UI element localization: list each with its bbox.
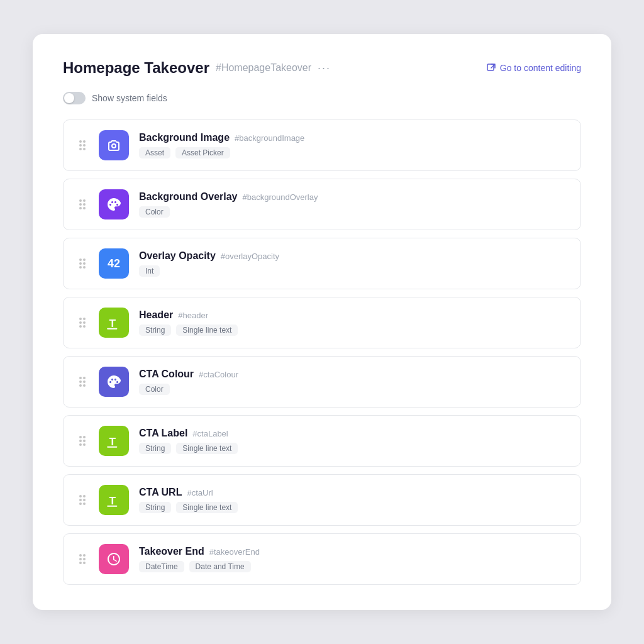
svg-point-34 (83, 436, 86, 438)
svg-point-7 (79, 199, 82, 202)
field-hash: #ctaLabel (192, 429, 228, 438)
svg-point-30 (83, 380, 86, 383)
svg-point-31 (79, 384, 82, 387)
svg-point-16 (83, 262, 86, 265)
field-item-cta-label: T CTA Label #ctaLabel StringSingle line … (63, 415, 581, 467)
field-name-row: Background Image #backgroundImage (139, 132, 568, 143)
system-fields-label: Show system fields (92, 93, 167, 103)
field-info-cta-colour: CTA Colour #ctaColour Color (139, 369, 568, 395)
field-name: CTA Label (139, 428, 187, 439)
field-info-cta-label: CTA Label #ctaLabel StringSingle line te… (139, 428, 568, 454)
drag-handle[interactable] (76, 316, 89, 329)
field-item-takeover-end: Takeover End #takeoverEnd DateTimeDate a… (63, 533, 581, 585)
field-tag: DateTime (139, 561, 184, 572)
svg-point-6 (83, 148, 86, 150)
svg-point-41 (79, 495, 82, 497)
field-tag: Int (139, 265, 160, 277)
field-item-cta-colour: CTA Colour #ctaColour Color (63, 356, 581, 408)
svg-point-8 (83, 199, 86, 202)
field-icon-header: T (99, 308, 129, 338)
svg-point-2 (83, 140, 86, 143)
field-tags: DateTimeDate and Time (139, 561, 568, 572)
field-name: CTA URL (139, 487, 182, 498)
field-name-row: CTA Colour #ctaColour (139, 369, 568, 380)
drag-handle[interactable] (76, 257, 89, 270)
header-left: Homepage Takeover #HomepageTakeover ··· (63, 59, 331, 77)
field-hash: #backgroundImage (235, 133, 304, 143)
svg-point-32 (83, 384, 86, 387)
field-hash: #header (178, 311, 208, 320)
svg-point-11 (79, 207, 82, 209)
field-name: Background Overlay (139, 191, 238, 203)
field-icon-cta-colour (99, 367, 129, 397)
svg-point-37 (79, 443, 82, 446)
field-item-header: T Header #header StringSingle line text (63, 297, 581, 348)
field-name: Background Image (139, 132, 230, 143)
drag-handle[interactable] (76, 375, 89, 388)
field-info-background-overlay: Background Overlay #backgroundOverlay Co… (139, 191, 568, 218)
svg-point-42 (83, 495, 86, 497)
svg-point-54 (83, 562, 86, 564)
svg-point-28 (83, 377, 86, 379)
svg-point-45 (79, 502, 82, 505)
field-name: Header (139, 309, 173, 321)
field-hash: #takeoverEnd (209, 547, 260, 557)
drag-handle[interactable] (76, 494, 89, 506)
field-list: Background Image #backgroundImage AssetA… (63, 119, 581, 585)
svg-point-24 (83, 325, 86, 328)
go-to-content-editing-label: Go to content editing (500, 63, 581, 73)
svg-point-12 (83, 207, 86, 209)
field-tag: Date and Time (189, 561, 251, 572)
field-tags: StringSingle line text (139, 443, 568, 454)
system-fields-row: Show system fields (63, 92, 581, 104)
field-tags: Color (139, 384, 568, 395)
page-header: Homepage Takeover #HomepageTakeover ··· … (63, 59, 581, 77)
external-link-icon (486, 63, 496, 73)
svg-point-1 (79, 140, 82, 143)
svg-point-13 (79, 258, 82, 261)
field-icon-overlay-opacity: 42 (99, 248, 129, 279)
field-hash: #ctaColour (199, 370, 238, 379)
drag-handle[interactable] (76, 435, 89, 447)
field-tag: Single line text (176, 443, 238, 454)
field-icon-background-image (99, 130, 129, 160)
field-item-cta-url: T CTA URL #ctaUrl StringSingle line text (63, 474, 581, 526)
field-tag: String (139, 443, 171, 454)
field-tag: Asset Picker (175, 147, 230, 158)
field-info-overlay-opacity: Overlay Opacity #overlayOpacity Int (139, 250, 568, 277)
field-name-row: CTA URL #ctaUrl (139, 487, 568, 498)
more-options-button[interactable]: ··· (318, 62, 331, 75)
field-info-background-image: Background Image #backgroundImage AssetA… (139, 132, 568, 158)
field-tags: StringSingle line text (139, 502, 568, 513)
svg-point-38 (83, 443, 86, 446)
svg-point-10 (83, 203, 86, 206)
svg-point-44 (83, 499, 86, 501)
field-tags: StringSingle line text (139, 325, 568, 336)
field-name-row: Background Overlay #backgroundOverlay (139, 191, 568, 203)
field-icon-cta-label: T (99, 426, 129, 456)
svg-point-35 (79, 440, 82, 442)
field-info-header: Header #header StringSingle line text (139, 309, 568, 336)
svg-point-46 (83, 502, 86, 505)
svg-text:T: T (109, 435, 116, 448)
field-icon-takeover-end (99, 544, 129, 574)
svg-point-27 (79, 377, 82, 379)
field-tag: Single line text (176, 325, 238, 336)
svg-point-18 (83, 266, 86, 269)
field-name: CTA Colour (139, 369, 194, 380)
svg-point-4 (83, 144, 86, 147)
field-tag: Single line text (176, 502, 238, 513)
drag-handle[interactable] (76, 198, 89, 211)
field-tag: Color (139, 384, 170, 395)
svg-point-5 (79, 148, 82, 150)
svg-point-52 (83, 558, 86, 560)
drag-handle[interactable] (76, 553, 89, 565)
svg-point-15 (79, 262, 82, 265)
field-name: Takeover End (139, 546, 204, 557)
field-tag: String (139, 325, 171, 336)
drag-handle[interactable] (76, 139, 89, 152)
svg-point-49 (79, 554, 82, 557)
system-fields-toggle[interactable] (63, 92, 86, 104)
go-to-content-editing-link[interactable]: Go to content editing (486, 63, 581, 73)
field-item-background-overlay: Background Overlay #backgroundOverlay Co… (63, 179, 581, 230)
